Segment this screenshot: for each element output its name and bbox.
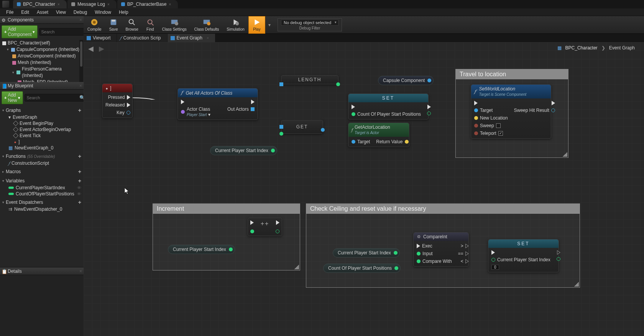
comment-increment[interactable]: Increment: [153, 203, 300, 270]
comment-title[interactable]: Increment: [153, 204, 300, 214]
event-item[interactable]: Event Tick: [2, 133, 82, 139]
resize-handle-icon[interactable]: [574, 282, 579, 287]
variable-item[interactable]: CurrentPlayerStartIndex👁: [2, 185, 82, 191]
node-set-current-index[interactable]: SET Current Player Start Index 0: [488, 239, 559, 272]
pin-exec-out[interactable]: [427, 105, 431, 109]
pin-target[interactable]: Target: [474, 108, 508, 113]
add-graph-button[interactable]: +: [78, 107, 81, 113]
function-item[interactable]: 𝑓ConstructionScript: [2, 160, 82, 166]
save-button[interactable]: Save: [105, 16, 122, 34]
pin-exec-in[interactable]: [352, 105, 421, 109]
blueprint-search[interactable]: 🔍: [25, 94, 84, 102]
pin-out-actors[interactable]: Out Actors: [227, 107, 255, 112]
blueprint-search-input[interactable]: [26, 95, 79, 100]
pin-key[interactable]: Key: [105, 110, 130, 115]
tree-row[interactable]: Mesh_FPP (Inherited): [0, 79, 84, 82]
close-icon[interactable]: ×: [207, 36, 209, 40]
pin-exec-out[interactable]: [514, 101, 555, 105]
pin-input[interactable]: Input: [417, 251, 452, 256]
eye-icon[interactable]: 👁: [77, 185, 81, 190]
nav-forward-button[interactable]: ▶: [99, 44, 104, 53]
node-set-world-location[interactable]: 𝑓SetWorldLocationTarget is Scene Compone…: [471, 84, 551, 139]
pin-exec-in[interactable]: [491, 250, 550, 255]
add-dispatcher-button[interactable]: +: [78, 199, 81, 205]
browse-button[interactable]: Browse: [122, 16, 142, 34]
add-new-button[interactable]: Add New ▾: [2, 91, 23, 104]
pin-index-in[interactable]: [279, 132, 283, 136]
menu-view[interactable]: View: [52, 9, 70, 16]
pin-value-in[interactable]: Current Player Start Index: [491, 257, 550, 262]
pin-new-location[interactable]: New Location: [474, 115, 508, 121]
pin-value-out[interactable]: [427, 111, 431, 115]
title-tab-character-base[interactable]: BP_CharacterBase×: [117, 0, 178, 8]
node-var-count-positions[interactable]: Count Of Player Start Positions: [323, 264, 401, 273]
section-dispatchers[interactable]: ▾Event Dispatchers+: [2, 198, 82, 206]
close-icon[interactable]: ×: [107, 2, 110, 7]
pin-exec-out[interactable]: [227, 100, 255, 104]
simulation-button[interactable]: Simulation: [223, 16, 248, 34]
event-item[interactable]: Event BeginPlay: [2, 120, 82, 126]
pin-target[interactable]: Target: [352, 139, 370, 144]
graph-item[interactable]: ▦NewEventGraph_0: [2, 145, 82, 151]
node-var-current-index-1[interactable]: Current Player Start Index: [210, 146, 277, 155]
pin-int-in[interactable]: [250, 229, 254, 233]
menu-debug[interactable]: Debug: [70, 9, 91, 16]
pin-array-in[interactable]: [279, 125, 283, 129]
section-variables[interactable]: ▾Variables+: [2, 177, 82, 185]
node-compare-int[interactable]: ⛭CompareInt Exec Input Compare With > ==…: [413, 232, 469, 267]
my-blueprint-header[interactable]: 📘 My Blueprint×: [0, 82, 84, 90]
breadcrumb-child[interactable]: Event Graph: [609, 45, 635, 51]
pin-exec-out[interactable]: [557, 250, 560, 255]
title-tab-bpc-character[interactable]: BPC_Character×: [13, 0, 67, 8]
pin-sweep[interactable]: Sweep: [474, 123, 508, 128]
scrollbar[interactable]: [79, 40, 83, 82]
section-macros[interactable]: ▸Macros+: [2, 168, 82, 175]
pin-value-in[interactable]: Count Of Player Start Positions: [352, 111, 421, 117]
node-input-event[interactable]: ⬥] Pressed Released Key: [102, 84, 133, 118]
pin-sweep-hit[interactable]: Sweep Hit Result: [514, 108, 555, 113]
title-tab-message-log[interactable]: Message Log×: [67, 0, 117, 8]
resize-handle-icon[interactable]: [563, 152, 567, 157]
details-panel-header[interactable]: 📋 Details×: [0, 267, 84, 275]
close-icon[interactable]: ×: [58, 2, 60, 7]
tree-row[interactable]: Mesh (Inherited): [0, 59, 84, 66]
node-get-actor-location[interactable]: 𝑓GetActorLocationTarget is Actor Target …: [348, 123, 409, 147]
pin-pressed[interactable]: Pressed: [105, 95, 130, 100]
section-functions[interactable]: ▾Functions(55 Overridable)+: [2, 152, 82, 160]
tree-row[interactable]: BPC_Character(self): [0, 40, 84, 46]
tab-construction-script[interactable]: 𝑓Construction Scrip: [117, 34, 167, 42]
pin-exec-in[interactable]: [181, 100, 210, 104]
menu-asset[interactable]: Asset: [33, 9, 52, 16]
pin-return-value[interactable]: Return Value: [376, 139, 408, 144]
class-defaults-button[interactable]: Class Defaults: [191, 16, 223, 34]
node-increment[interactable]: ++: [248, 218, 282, 236]
pin-int-out[interactable]: [276, 229, 279, 233]
compile-button[interactable]: Compile: [84, 16, 105, 34]
event-item[interactable]: Event ActorBeginOverlap: [2, 126, 82, 133]
pin-equal[interactable]: ==: [458, 251, 469, 256]
node-get[interactable]: GET: [281, 120, 323, 134]
tree-row[interactable]: ▾CapsuleComponent (Inherited): [0, 46, 84, 53]
pin-exec[interactable]: Exec: [417, 243, 452, 249]
pin-item-out[interactable]: [321, 128, 325, 132]
class-settings-button[interactable]: Class Settings: [158, 16, 191, 34]
close-icon[interactable]: ×: [79, 83, 82, 89]
event-item[interactable]: ⬥]: [2, 139, 82, 145]
tree-row[interactable]: ArrowComponent (Inherited): [0, 53, 84, 59]
menu-file[interactable]: File: [2, 9, 17, 16]
tree-row[interactable]: ▾FirstPersonCamera (Inherited): [0, 66, 84, 79]
resize-handle-icon[interactable]: [294, 265, 299, 269]
variable-item[interactable]: CountOfPlayerStartPositions👁: [2, 191, 82, 197]
add-function-button[interactable]: +: [78, 153, 81, 159]
pin-released[interactable]: Released: [105, 102, 130, 108]
pin-teleport[interactable]: Teleport: [474, 131, 508, 136]
pin-array-in[interactable]: [279, 82, 283, 86]
pin-value-out[interactable]: [557, 257, 560, 261]
tab-viewport[interactable]: Viewport: [84, 34, 117, 42]
pin-literal[interactable]: 0: [491, 265, 550, 270]
tab-event-graph[interactable]: Event Graph×: [168, 34, 215, 42]
pin-exec-in[interactable]: [474, 101, 508, 105]
nav-back-button[interactable]: ◀: [88, 44, 94, 53]
event-graph-canvas[interactable]: ◀ ▶ ▦ BPC_Character ❯ Event Graph: [84, 42, 644, 336]
menu-edit[interactable]: Edit: [17, 9, 33, 16]
